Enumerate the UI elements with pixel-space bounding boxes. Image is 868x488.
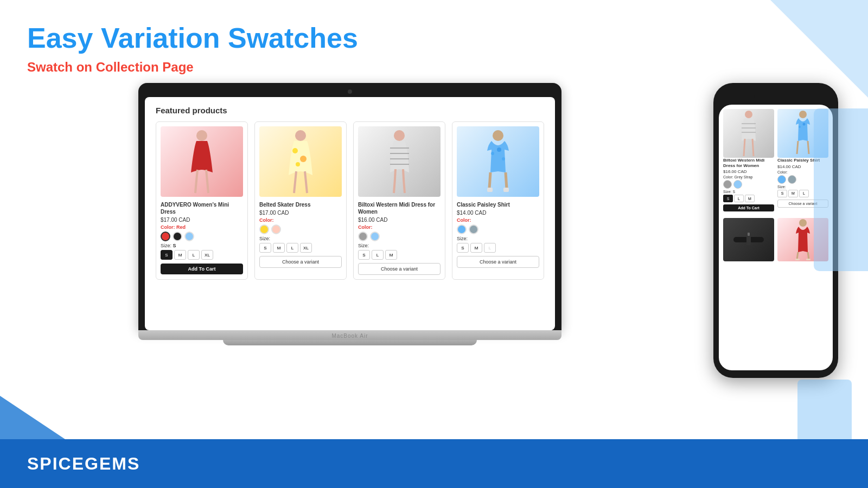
phone-size-row-1: Size: S <box>723 190 774 194</box>
phone-size-m-2[interactable]: M <box>788 190 798 197</box>
store-content: Featured products <box>145 97 555 330</box>
phone-swatches-1 <box>723 180 774 189</box>
product-card-4: Classic Paisley Shirt $14.00 CAD Color: … <box>452 121 544 280</box>
size-xl-2[interactable]: XL <box>300 243 312 253</box>
size-s-2[interactable]: S <box>259 243 271 253</box>
svg-rect-25 <box>748 233 750 236</box>
svg-point-11 <box>491 152 494 155</box>
svg-point-1 <box>295 130 306 141</box>
size-label-1: Size: S <box>161 243 243 248</box>
laptop-container: Featured products <box>16 83 684 378</box>
color-swatches-2 <box>259 224 342 234</box>
phone-size-s-1[interactable]: S <box>723 195 733 202</box>
product-color-label-4: Color: <box>457 217 539 223</box>
product-name-4: Classic Paisley Shirt <box>457 201 539 208</box>
size-label-3: Size: <box>358 243 441 248</box>
product-name-3: Biltoxi Western Midi Dress for Women <box>358 201 441 215</box>
svg-rect-14 <box>487 188 493 192</box>
color-swatch-grey4[interactable] <box>469 224 478 234</box>
phone-size-btns-1: S L M <box>723 195 774 202</box>
deco-bottom-triangle <box>0 396 65 439</box>
phone-notch <box>754 91 797 101</box>
color-swatches-4 <box>457 224 539 234</box>
size-l-4[interactable]: L <box>484 243 496 253</box>
size-m-2[interactable]: M <box>273 243 285 253</box>
phone-add-cart-1[interactable]: Add To Cart <box>723 204 774 211</box>
svg-point-22 <box>803 123 806 126</box>
size-m-4[interactable]: M <box>470 243 482 253</box>
product-image-2 <box>259 126 342 197</box>
size-s-3[interactable]: S <box>358 250 370 260</box>
phone-swatch-blue[interactable] <box>733 180 742 189</box>
product-card-3: Biltoxi Western Midi Dress for Women $16… <box>353 121 445 280</box>
color-swatch-black[interactable] <box>173 232 182 241</box>
products-grid: ADDYVERO Women's Mini Dress $17.00 CAD C… <box>156 121 544 280</box>
phone-swatch-grey2[interactable] <box>788 175 796 184</box>
brand-logo: SPICEGEMS <box>27 454 140 474</box>
featured-title: Featured products <box>156 106 544 115</box>
product-price-3: $16.00 CAD <box>358 217 441 223</box>
product-price-2: $17.00 CAD <box>259 210 342 216</box>
add-to-cart-btn-1[interactable]: Add To Cart <box>161 264 243 274</box>
laptop-stand <box>223 340 477 345</box>
size-label-2: Size: <box>259 236 342 241</box>
svg-point-2 <box>292 148 298 153</box>
phone-swatch-grey[interactable] <box>723 180 732 189</box>
size-l-1[interactable]: L <box>188 250 200 260</box>
color-swatches-1 <box>161 232 243 241</box>
size-swatches-4: S M L <box>457 243 539 253</box>
choose-variant-btn-4[interactable]: Choose a variant <box>457 256 539 268</box>
svg-point-12 <box>497 147 501 152</box>
color-swatch-red[interactable] <box>161 232 170 241</box>
phone-swatch-blue2[interactable] <box>777 175 786 184</box>
svg-point-3 <box>300 156 307 162</box>
svg-rect-28 <box>806 259 810 260</box>
laptop-base <box>138 330 561 340</box>
size-l-2[interactable]: L <box>286 243 298 253</box>
size-s-1[interactable]: S <box>161 250 173 260</box>
main-content: Featured products <box>0 83 868 378</box>
product-image-1 <box>161 126 243 197</box>
phone-size-l-1[interactable]: L <box>734 195 744 202</box>
phone-size-l-2[interactable]: L <box>799 190 809 197</box>
title-colored: Variation Swatches <box>101 22 358 54</box>
laptop-screen: Featured products <box>145 97 555 330</box>
phone-size-s-2[interactable]: S <box>777 190 787 197</box>
phone-color-label-1: Color: Grey Strap <box>723 175 774 179</box>
choose-variant-btn-3[interactable]: Choose a variant <box>358 263 441 275</box>
header: Easy Variation Swatches Swatch on Collec… <box>0 0 868 80</box>
color-swatch-peach[interactable] <box>271 224 281 234</box>
size-s-4[interactable]: S <box>457 243 469 253</box>
size-m-1[interactable]: M <box>174 250 186 260</box>
size-xl-1[interactable]: XL <box>201 250 213 260</box>
product-image-4 <box>457 126 539 197</box>
bottom-bar: SPICEGEMS <box>0 439 868 488</box>
product-image-3 <box>358 126 441 197</box>
phone-product-img-1 <box>723 109 774 158</box>
phone-size-m-1[interactable]: M <box>745 195 755 202</box>
choose-variant-btn-2[interactable]: Choose a variant <box>259 256 342 268</box>
size-m-3[interactable]: M <box>385 250 397 260</box>
svg-rect-27 <box>795 259 800 260</box>
product-price-1: $17.00 CAD <box>161 217 243 223</box>
page-subtitle: Swatch on Collection Page <box>27 60 841 75</box>
color-swatch-grey3[interactable] <box>358 232 368 241</box>
phone-bottom-img-1 <box>723 218 774 261</box>
size-swatches-1: S M L XL <box>161 250 243 260</box>
product-name-1: ADDYVERO Women's Mini Dress <box>161 201 243 215</box>
svg-point-21 <box>799 126 801 128</box>
color-swatch-blue[interactable] <box>184 232 194 241</box>
svg-point-5 <box>394 130 405 141</box>
color-swatch-yellow[interactable] <box>259 224 269 234</box>
size-label-4: Size: <box>457 236 539 241</box>
product-color-label-2: Color: <box>259 217 342 223</box>
deco-mid-right <box>814 108 868 271</box>
laptop-mockup: Featured products <box>138 83 561 345</box>
svg-point-20 <box>799 111 807 118</box>
size-l-3[interactable]: L <box>372 250 384 260</box>
phone-product-card-1: Biltoxi Western Midi Dress for Women $16… <box>723 109 774 215</box>
color-swatch-blue4[interactable] <box>457 224 467 234</box>
color-swatch-blue3[interactable] <box>370 232 380 241</box>
svg-point-10 <box>493 130 503 141</box>
svg-rect-15 <box>503 188 509 192</box>
